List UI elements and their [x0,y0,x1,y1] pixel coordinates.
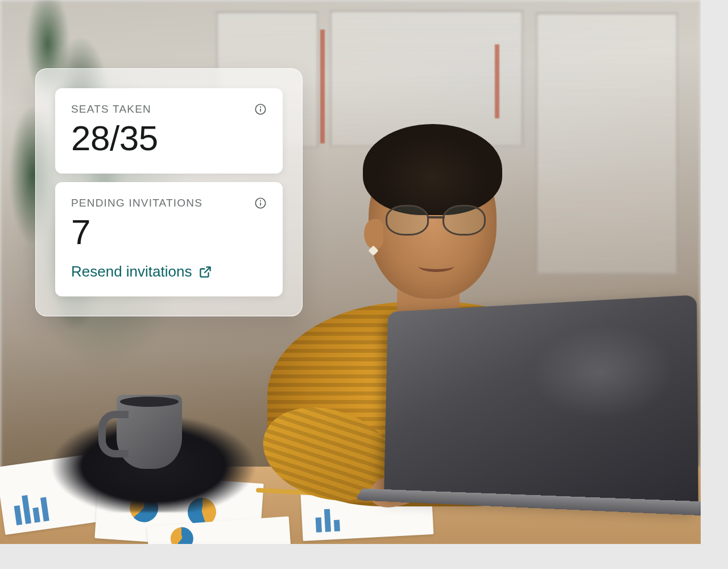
pending-invitations-card: PENDING INVITATIONS 7 Resend invitations [55,182,283,296]
resend-invitations-label: Resend invitations [71,263,192,281]
pending-invitations-value: 7 [71,213,267,251]
info-icon[interactable] [254,103,267,116]
pending-invitations-label: PENDING INVITATIONS [71,197,202,209]
seats-taken-card: SEATS TAKEN 28/35 [55,88,283,174]
svg-line-6 [205,267,210,273]
resend-invitations-link[interactable]: Resend invitations [71,263,212,281]
seats-taken-value: 28/35 [71,119,267,158]
svg-point-5 [260,200,261,201]
svg-point-2 [260,106,261,108]
seats-taken-label: SEATS TAKEN [71,103,151,116]
info-icon[interactable] [254,197,267,209]
stats-overlay-panel: SEATS TAKEN 28/35 PENDING INVITATIONS [35,68,303,316]
external-link-icon [198,265,212,279]
